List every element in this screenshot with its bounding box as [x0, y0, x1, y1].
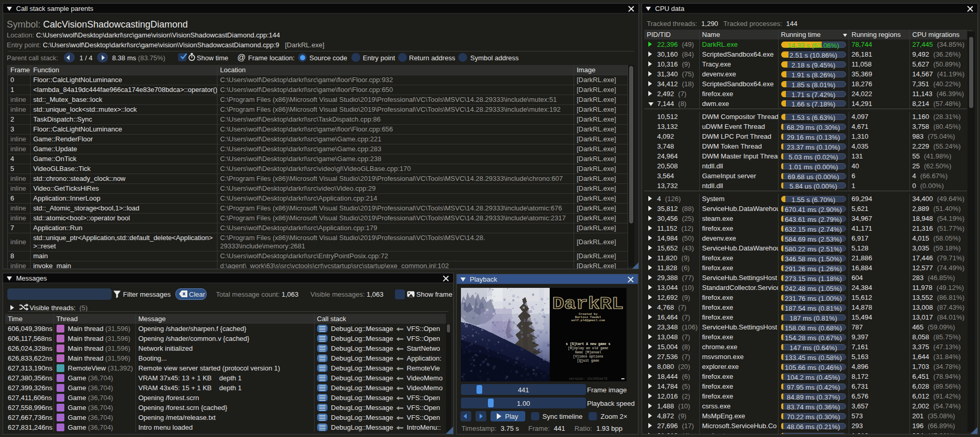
svg-text:DarkRL: DarkRL	[552, 295, 623, 314]
